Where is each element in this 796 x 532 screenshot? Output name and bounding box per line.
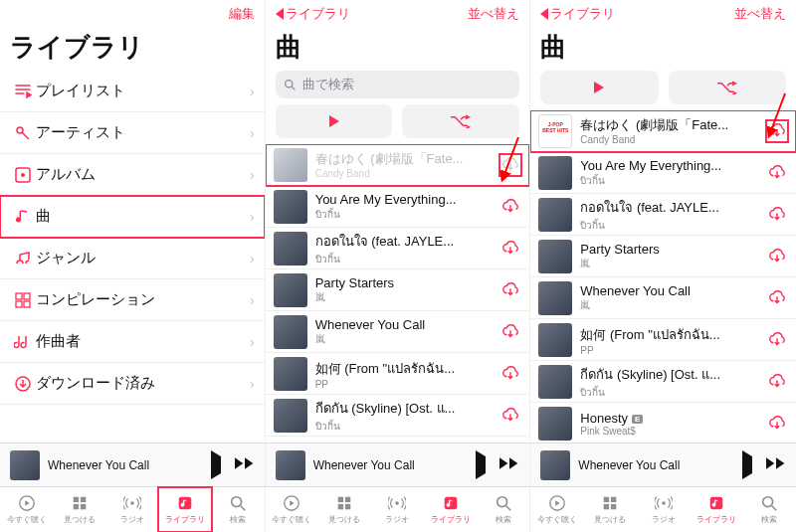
tab-browse[interactable]: 見つける: [318, 487, 371, 532]
next-icon[interactable]: [235, 456, 255, 474]
play-icon[interactable]: [742, 456, 752, 474]
browse-icon: [70, 494, 90, 512]
back-button[interactable]: ライブラリ: [276, 5, 350, 23]
play-icon[interactable]: [476, 456, 486, 474]
download-icon[interactable]: [766, 120, 788, 142]
library-row-comp[interactable]: コンピレーション›: [0, 279, 265, 321]
next-icon[interactable]: [499, 456, 519, 474]
song-row[interactable]: Party Starters嵐: [530, 236, 796, 277]
edit-button[interactable]: 編集: [229, 5, 255, 23]
download-icon[interactable]: [766, 329, 788, 351]
song-artist: บิวกิ้น: [315, 252, 493, 266]
song-row[interactable]: You Are My Everything...บิวกิ้น: [266, 186, 530, 228]
download-icon[interactable]: [499, 238, 521, 260]
library-row-mic[interactable]: アーティスト›: [0, 112, 265, 154]
download-icon[interactable]: [499, 321, 521, 343]
song-artist: บิวกิ้น: [580, 218, 758, 233]
tab-radio[interactable]: ラジオ: [371, 487, 424, 532]
svg-rect-32: [710, 497, 723, 510]
download-icon[interactable]: [766, 204, 788, 226]
svg-point-13: [130, 501, 134, 505]
tab-radio[interactable]: ラジオ: [105, 487, 158, 532]
sort-button[interactable]: 並べ替え: [734, 5, 786, 23]
library-row-album[interactable]: アルバム›: [0, 154, 265, 196]
song-row[interactable]: 春はゆく (劇場版「Fate...Candy Band: [530, 110, 796, 152]
playlist-icon: [10, 83, 36, 100]
album-art: [538, 407, 572, 441]
song-row[interactable]: กอดในใจ (feat. JAYLE...บิวกิ้น: [530, 194, 796, 236]
download-icon[interactable]: [499, 154, 521, 176]
play-icon: [594, 82, 604, 93]
song-artist: 嵐: [580, 257, 758, 270]
play-button[interactable]: [540, 71, 658, 104]
svg-rect-14: [179, 497, 192, 510]
svg-rect-20: [345, 497, 350, 502]
chevron-right-icon: ›: [250, 209, 255, 225]
shuffle-button[interactable]: [402, 104, 519, 138]
play-button[interactable]: [276, 104, 393, 138]
download-icon[interactable]: [766, 287, 788, 309]
tab-label: ライブラリ: [431, 514, 471, 525]
svg-point-23: [396, 501, 400, 505]
download-icon[interactable]: [766, 413, 788, 435]
library-row-note[interactable]: 曲›: [0, 196, 265, 238]
song-row[interactable]: 春はゆく (劇場版「Fate...Candy Band: [266, 144, 530, 186]
now-playing-bar[interactable]: Whenever You Call: [0, 443, 265, 486]
song-row[interactable]: กีดกัน (Skyline) [Ost. แ...บิวกิ้น: [266, 395, 530, 437]
song-row[interactable]: You Are My Everything...บิวกิ้น: [530, 152, 796, 194]
note-icon: [10, 208, 36, 226]
download-icon[interactable]: [766, 162, 788, 184]
tab-browse[interactable]: 見つける: [584, 487, 637, 532]
svg-rect-11: [73, 504, 78, 509]
explicit-badge: E: [632, 415, 643, 424]
album-art: [274, 232, 307, 266]
download-icon[interactable]: [499, 363, 521, 385]
library-row-playlist[interactable]: プレイリスト›: [0, 71, 265, 112]
download-icon[interactable]: [766, 246, 788, 267]
tab-listen-now[interactable]: 今すぐ聴く: [530, 487, 583, 532]
library-row-download[interactable]: ダウンロード済み›: [0, 363, 265, 405]
tab-search[interactable]: 検索: [477, 487, 529, 532]
song-row[interactable]: Whenever You Call嵐: [530, 277, 796, 319]
search-icon: [228, 494, 248, 512]
radio-icon: [387, 494, 407, 512]
tab-library[interactable]: ライブラリ: [690, 487, 742, 532]
song-row[interactable]: กีดกัน (Skyline) [Ost. แ...บิวกิ้น: [530, 361, 796, 403]
shuffle-button[interactable]: [669, 71, 786, 104]
album-art: [274, 190, 307, 224]
library-row-genre[interactable]: ジャンル›: [0, 238, 265, 279]
library-row-composer[interactable]: 作曲者›: [0, 321, 265, 363]
download-icon[interactable]: [766, 371, 788, 393]
sort-button[interactable]: 並べ替え: [468, 5, 519, 23]
now-playing-bar[interactable]: Whenever You Call: [266, 443, 530, 486]
song-title: 春はゆく (劇場版「Fate...: [315, 150, 493, 168]
download-icon[interactable]: [499, 279, 521, 301]
song-row[interactable]: Party Starters嵐: [266, 269, 530, 311]
next-icon[interactable]: [766, 456, 786, 474]
song-row[interactable]: 如何 (From "แปลรักฉัน...PP: [266, 353, 530, 395]
play-icon[interactable]: [211, 456, 221, 474]
tab-radio[interactable]: ラジオ: [637, 487, 690, 532]
download-icon[interactable]: [499, 196, 521, 218]
tab-library[interactable]: ライブラリ: [158, 487, 211, 532]
back-button[interactable]: ライブラリ: [540, 5, 615, 23]
song-row[interactable]: กอดในใจ (feat. JAYLE...บิวกิ้น: [266, 228, 530, 269]
search-input[interactable]: 曲で検索: [276, 71, 520, 98]
library-row-label: 作曲者: [36, 332, 250, 351]
song-row[interactable]: HonestyEPink Sweat$: [530, 403, 796, 443]
tab-label: 検索: [230, 514, 246, 525]
download-icon[interactable]: [499, 405, 521, 427]
now-playing-bar[interactable]: Whenever You Call: [530, 443, 796, 486]
tab-listen-now[interactable]: 今すぐ聴く: [266, 487, 318, 532]
svg-rect-29: [604, 504, 609, 509]
tab-search[interactable]: 検索: [212, 487, 265, 532]
tab-browse[interactable]: 見つける: [53, 487, 105, 532]
song-artist: Candy Band: [315, 168, 493, 179]
search-icon: [759, 494, 779, 512]
tab-listen-now[interactable]: 今すぐ聴く: [0, 487, 53, 532]
song-row[interactable]: Whenever You Call嵐: [266, 311, 530, 353]
tab-library[interactable]: ライブラリ: [424, 487, 477, 532]
now-playing-art: [10, 450, 40, 480]
tab-search[interactable]: 検索: [743, 487, 796, 532]
song-row[interactable]: 如何 (From "แปลรักฉัน...PP: [530, 319, 796, 361]
